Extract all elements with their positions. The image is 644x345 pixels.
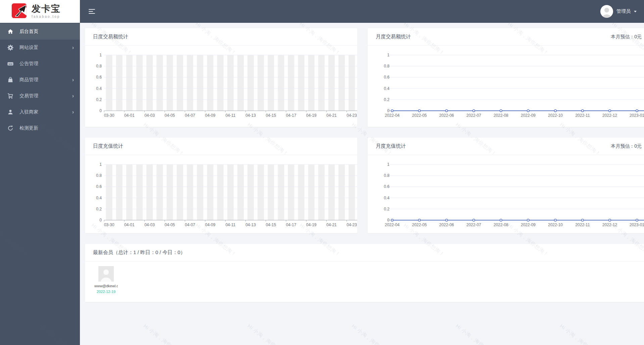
monthly-estimate: 本月预估：0元 xyxy=(611,143,642,149)
svg-text:04-03: 04-03 xyxy=(144,223,155,227)
sidebar-menu: 后台首页网站设置›NEW公告管理商品管理›交易管理›入驻商家›检测更新 xyxy=(0,23,80,136)
svg-text:04-09: 04-09 xyxy=(205,223,216,227)
svg-text:0.6: 0.6 xyxy=(96,184,102,189)
sidebar: 发卡宝 fakabao.top 后台首页网站设置›NEW公告管理商品管理›交易管… xyxy=(0,0,80,345)
svg-text:2022-11: 2022-11 xyxy=(575,223,590,227)
monthly-transactions-line-chart: 00.20.40.60.812022-042022-052022-062022-… xyxy=(368,47,644,124)
svg-text:1: 1 xyxy=(99,162,102,167)
svg-text:2022-07: 2022-07 xyxy=(466,223,481,227)
svg-text:03-30: 03-30 xyxy=(104,113,114,118)
svg-text:2023-01: 2023-01 xyxy=(630,223,644,227)
sidebar-item-label: 网站设置 xyxy=(19,45,72,51)
panel-monthly-recharge: 月度充值统计 本月预估：0元 00.20.40.60.812022-042022… xyxy=(368,138,644,233)
watermark-text: Hi 小淘，淘你想淘！ xyxy=(454,323,498,345)
home-icon xyxy=(7,29,13,35)
svg-text:2022-09: 2022-09 xyxy=(521,223,536,227)
cart-icon xyxy=(7,93,13,99)
svg-text:0.2: 0.2 xyxy=(384,97,389,102)
svg-text:2022-10: 2022-10 xyxy=(548,113,563,118)
svg-text:0: 0 xyxy=(99,108,102,113)
svg-text:04-09: 04-09 xyxy=(205,113,216,118)
watermark-text: Hi 小淘，淘你想淘！ xyxy=(246,323,289,345)
gear-icon xyxy=(7,45,13,51)
watermark-text: Hi 小淘，淘你想淘！ xyxy=(558,323,602,345)
svg-text:04-21: 04-21 xyxy=(326,223,337,227)
panel-daily-recharge: 日度充值统计 00.20.40.60.8103-3004-0104-0304-0… xyxy=(85,138,357,233)
refresh-icon xyxy=(7,125,13,131)
svg-text:04-23: 04-23 xyxy=(347,113,357,118)
watermark-text: Hi 小淘，淘你想淘！ xyxy=(142,323,185,345)
svg-text:04-15: 04-15 xyxy=(266,113,276,118)
svg-text:04-17: 04-17 xyxy=(286,113,296,118)
sidebar-item-announcements[interactable]: NEW公告管理 xyxy=(0,56,80,72)
svg-text:0.6: 0.6 xyxy=(96,75,102,80)
sidebar-item-merchants[interactable]: 入驻商家› xyxy=(0,104,80,120)
sidebar-item-label: 商品管理 xyxy=(19,77,72,83)
svg-text:04-07: 04-07 xyxy=(185,223,195,227)
monthly-recharge-line-chart: 00.20.40.60.812022-042022-052022-062022-… xyxy=(368,156,644,233)
sidebar-item-site-settings[interactable]: 网站设置› xyxy=(0,40,80,56)
svg-text:04-19: 04-19 xyxy=(306,113,317,118)
sidebar-item-label: 后台首页 xyxy=(19,29,74,35)
svg-text:0.8: 0.8 xyxy=(384,173,389,178)
svg-text:2022-04: 2022-04 xyxy=(385,113,400,118)
panel-title: 最新会员（总计：1 / 昨日：0 / 今日：0） xyxy=(93,249,185,256)
new-badge-icon: NEW xyxy=(7,61,13,67)
svg-text:04-23: 04-23 xyxy=(347,223,357,227)
user-avatar xyxy=(600,5,613,18)
sidebar-item-label: 入驻商家 xyxy=(19,109,72,115)
member-join-date: 2022-12-19 xyxy=(97,290,116,294)
svg-text:2023-01: 2023-01 xyxy=(630,113,644,118)
svg-text:0.2: 0.2 xyxy=(96,207,102,211)
svg-text:03-30: 03-30 xyxy=(104,223,114,227)
svg-text:04-05: 04-05 xyxy=(165,113,175,118)
logo[interactable]: 发卡宝 fakabao.top xyxy=(0,0,80,23)
svg-text:0.8: 0.8 xyxy=(384,64,389,68)
brand-name: 发卡宝 xyxy=(32,4,61,13)
svg-text:2022-12: 2022-12 xyxy=(602,223,617,227)
svg-text:0.4: 0.4 xyxy=(384,86,389,91)
svg-text:2022-11: 2022-11 xyxy=(575,113,590,118)
svg-text:04-17: 04-17 xyxy=(286,223,296,227)
chevron-right-icon: › xyxy=(72,93,74,99)
svg-text:2022-12: 2022-12 xyxy=(602,113,617,118)
top-header: 管理员 xyxy=(80,0,644,23)
sidebar-item-check-update[interactable]: 检测更新 xyxy=(0,120,80,136)
monthly-estimate: 本月预估：0元 xyxy=(611,34,642,40)
sidebar-item-label: 检测更新 xyxy=(19,125,74,131)
svg-text:04-07: 04-07 xyxy=(185,113,195,118)
svg-text:04-19: 04-19 xyxy=(306,223,317,227)
svg-text:0.2: 0.2 xyxy=(96,97,102,102)
user-icon xyxy=(7,109,13,115)
sidebar-item-label: 公告管理 xyxy=(19,61,74,67)
brand-logo-icon xyxy=(11,2,28,21)
svg-text:2022-06: 2022-06 xyxy=(439,113,454,118)
svg-text:04-11: 04-11 xyxy=(225,223,235,227)
svg-text:2022-09: 2022-09 xyxy=(521,113,536,118)
svg-text:0.2: 0.2 xyxy=(384,207,389,211)
menu-toggle-icon[interactable] xyxy=(89,9,96,14)
svg-text:1: 1 xyxy=(99,53,102,57)
chevron-right-icon: › xyxy=(72,109,74,115)
svg-text:2022-08: 2022-08 xyxy=(494,223,508,227)
user-name: 管理员 xyxy=(616,8,631,14)
chevron-right-icon: › xyxy=(72,77,74,83)
user-dropdown[interactable]: 管理员 xyxy=(600,5,637,18)
svg-text:04-21: 04-21 xyxy=(326,113,337,118)
svg-text:2022-07: 2022-07 xyxy=(466,113,481,118)
svg-text:0.8: 0.8 xyxy=(96,173,102,178)
sidebar-item-trades[interactable]: 交易管理› xyxy=(0,88,80,104)
svg-text:0.6: 0.6 xyxy=(384,184,389,189)
svg-text:1: 1 xyxy=(387,53,389,57)
panel-title: 日度充值统计 xyxy=(93,143,123,149)
svg-text:2022-04: 2022-04 xyxy=(385,223,400,227)
member-card[interactable]: www@dkewl.com 2022-12-19 xyxy=(93,266,119,294)
svg-text:1: 1 xyxy=(387,162,389,167)
svg-text:04-05: 04-05 xyxy=(165,223,175,227)
svg-text:0.4: 0.4 xyxy=(96,86,102,91)
panel-latest-members: 最新会员（总计：1 / 昨日：0 / 今日：0） www@dkewl.com 2… xyxy=(85,244,644,302)
svg-text:04-03: 04-03 xyxy=(144,113,155,118)
sidebar-item-products[interactable]: 商品管理› xyxy=(0,72,80,88)
svg-text:04-11: 04-11 xyxy=(225,113,235,118)
sidebar-item-dashboard[interactable]: 后台首页 xyxy=(0,23,80,40)
